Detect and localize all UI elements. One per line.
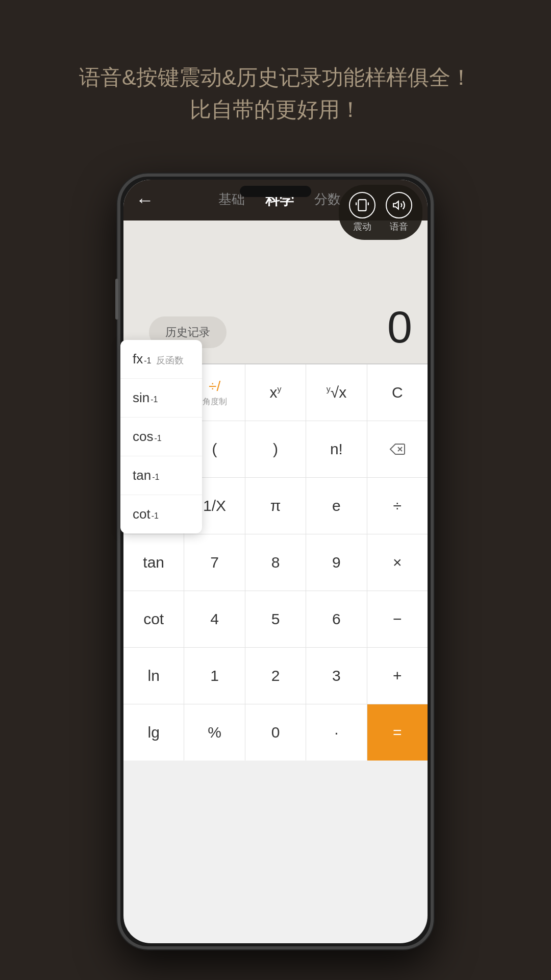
key-delete[interactable] — [367, 421, 428, 477]
vibrate-label: 震动 — [353, 220, 371, 233]
key-pi[interactable]: π — [245, 478, 306, 534]
popup-item-tan-inv[interactable]: tan -1 — [120, 456, 202, 495]
key-multiply[interactable]: × — [367, 534, 428, 591]
key-add[interactable]: + — [367, 648, 428, 704]
svg-marker-3 — [393, 201, 398, 209]
history-label: 历史记录 — [165, 325, 210, 340]
key-lg[interactable]: lg — [123, 704, 184, 761]
popup-item-cos-inv[interactable]: cos -1 — [120, 418, 202, 456]
promo-text: 语音&按键震动&历史记录功能样样俱全！ 比自带的更好用！ — [0, 0, 551, 166]
key-dot[interactable]: · — [306, 704, 367, 761]
key-root[interactable]: y√x — [306, 364, 367, 421]
voice-icon — [386, 192, 412, 218]
key-row-7: lg % 0 · = — [123, 704, 428, 761]
key-6[interactable]: 6 — [306, 591, 367, 647]
key-ln[interactable]: ln — [123, 648, 184, 704]
key-subtract[interactable]: − — [367, 591, 428, 647]
key-3[interactable]: 3 — [306, 648, 367, 704]
phone-screen: ← 基础 科学 分数 — [123, 180, 428, 943]
voice-button[interactable]: 语音 — [386, 192, 412, 233]
vibrate-button[interactable]: 震动 — [349, 192, 375, 233]
promo-line2: 比自带的更好用！ — [41, 93, 510, 126]
key-row-5: cot 4 5 6 − — [123, 591, 428, 648]
popup-menu: fx -1 反函数 sin -1 cos -1 tan -1 cot -1 — [120, 340, 202, 533]
key-tan[interactable]: tan — [123, 534, 184, 591]
popup-item-fx-inv[interactable]: fx -1 反函数 — [120, 340, 202, 379]
key-1[interactable]: 1 — [184, 648, 245, 704]
key-clear[interactable]: C — [367, 364, 428, 421]
key-divide[interactable]: ÷ — [367, 478, 428, 534]
phone-side-button — [115, 279, 118, 320]
key-7[interactable]: 7 — [184, 534, 245, 591]
key-percent[interactable]: % — [184, 704, 245, 761]
key-2[interactable]: 2 — [245, 648, 306, 704]
phone-frame: ← 基础 科学 分数 — [117, 174, 434, 949]
key-e[interactable]: e — [306, 478, 367, 534]
key-4[interactable]: 4 — [184, 591, 245, 647]
key-close-paren[interactable]: ) — [245, 421, 306, 477]
key-9[interactable]: 9 — [306, 534, 367, 591]
tab-fraction[interactable]: 分数 — [314, 190, 341, 210]
popup-item-sin-inv[interactable]: sin -1 — [120, 379, 202, 418]
key-5[interactable]: 5 — [245, 591, 306, 647]
promo-line1: 语音&按键震动&历史记录功能样样俱全！ — [41, 61, 510, 93]
float-buttons: 震动 语音 — [339, 185, 422, 240]
key-cot[interactable]: cot — [123, 591, 184, 647]
key-equals[interactable]: = — [367, 704, 428, 761]
key-8[interactable]: 8 — [245, 534, 306, 591]
display-number: 0 — [387, 301, 412, 353]
popup-item-cot-inv[interactable]: cot -1 — [120, 495, 202, 533]
voice-label: 语音 — [390, 220, 408, 233]
key-factorial[interactable]: n! — [306, 421, 367, 477]
svg-rect-0 — [358, 200, 366, 211]
key-row-6: ln 1 2 3 + — [123, 648, 428, 704]
key-power[interactable]: xy — [245, 364, 306, 421]
key-row-4: tan 7 8 9 × — [123, 534, 428, 591]
phone-container: ← 基础 科学 分数 — [117, 174, 434, 949]
phone-notch — [240, 186, 311, 197]
vibrate-icon — [349, 192, 375, 218]
key-0[interactable]: 0 — [245, 704, 306, 761]
